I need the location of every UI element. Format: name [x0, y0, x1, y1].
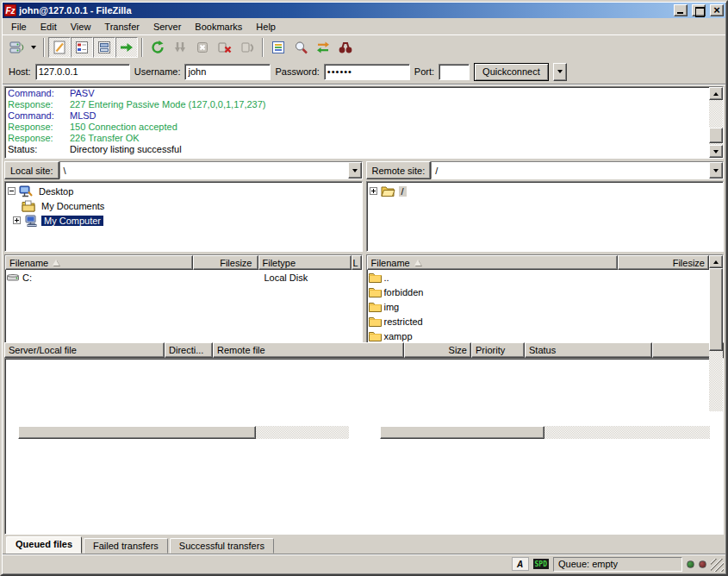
tree-item-my-computer[interactable]: My Computer [6, 213, 361, 228]
remote-site-combobox[interactable]: / [431, 161, 724, 179]
column-header-filename[interactable]: Filename [5, 255, 193, 270]
remote-file-row[interactable]: forbidden [367, 285, 710, 299]
collapse-icon[interactable] [8, 187, 16, 195]
scrollbar-track[interactable] [709, 100, 723, 145]
quickconnect-button[interactable]: Quickconnect [474, 63, 549, 81]
expand-icon[interactable] [370, 187, 377, 195]
column-header-label: Filesize [673, 258, 705, 268]
quickconnect-dropdown-button[interactable] [553, 63, 567, 81]
toggle-local-tree-button[interactable] [71, 37, 93, 58]
drive-icon [7, 272, 20, 283]
directory-listing-filters-button[interactable] [267, 37, 289, 58]
cancel-icon [195, 40, 210, 55]
tab-successful-transfers[interactable]: Successful transfers [170, 538, 274, 554]
remote-horizontal-scrollbar[interactable] [366, 426, 725, 439]
toggle-queue-button[interactable] [115, 37, 138, 58]
remote-file-row[interactable]: xampp [367, 329, 710, 343]
scroll-up-button[interactable] [709, 87, 723, 100]
tree-item-my-documents[interactable]: My Documents [6, 198, 361, 213]
column-header-priority[interactable]: Priority [471, 342, 525, 358]
message-log-text: Command:PASV Response:227 Entering Passi… [5, 87, 709, 158]
tree-item-label[interactable]: Desktop [36, 186, 76, 197]
toggle-message-log-button[interactable] [48, 37, 71, 58]
remote-file-row[interactable]: img [367, 299, 710, 314]
remote-file-row[interactable]: .. [367, 270, 710, 285]
title-bar[interactable]: Fz john@127.0.0.1 - FileZilla [3, 3, 725, 18]
local-site-combobox[interactable]: \ [59, 161, 363, 179]
menu-bookmarks[interactable]: Bookmarks [188, 20, 249, 34]
local-list-header: Filename Filesize Filetype L [5, 255, 362, 270]
refresh-button[interactable] [146, 37, 169, 58]
minimize-button[interactable] [674, 4, 688, 16]
expand-icon[interactable] [13, 216, 21, 224]
port-input[interactable] [439, 64, 470, 80]
scroll-up-button[interactable] [709, 255, 723, 268]
scrollbar-track[interactable] [709, 268, 723, 411]
menu-server[interactable]: Server [146, 20, 188, 34]
tree-item-label-selected[interactable]: My Computer [41, 216, 103, 226]
local-site-value[interactable]: \ [60, 162, 348, 178]
menu-help[interactable]: Help [249, 20, 283, 34]
scroll-down-button[interactable] [709, 145, 723, 158]
scrollbar-thumb[interactable] [18, 426, 256, 439]
queue-tabs: Queued files Failed transfers Successful… [3, 535, 725, 554]
site-manager-dropdown-button[interactable] [28, 37, 40, 58]
menu-file[interactable]: File [4, 20, 34, 34]
local-site-dropdown-button[interactable] [348, 162, 362, 178]
port-label: Port: [414, 66, 434, 77]
message-log: Command:PASV Response:227 Entering Passi… [4, 86, 724, 159]
log-vertical-scrollbar[interactable] [709, 87, 723, 158]
toggle-remote-tree-button[interactable] [93, 37, 115, 58]
scrollbar-thumb[interactable] [709, 268, 723, 351]
column-header-remote-file[interactable]: Remote file [213, 342, 404, 358]
column-header-size[interactable]: Size [404, 342, 471, 358]
menu-edit[interactable]: Edit [34, 20, 64, 34]
tab-queued-files[interactable]: Queued files [6, 536, 82, 554]
tree-item-label[interactable]: / [399, 186, 407, 197]
sort-ascending-icon [53, 260, 59, 266]
find-files-button[interactable] [334, 37, 357, 58]
column-header-filesize[interactable]: Filesize [193, 255, 258, 270]
menu-transfer[interactable]: Transfer [97, 20, 146, 34]
host-input[interactable] [35, 64, 130, 80]
tree-item-root[interactable]: / [368, 184, 723, 198]
disconnect-button[interactable] [214, 37, 236, 58]
column-header-status[interactable]: Status [525, 342, 652, 358]
local-file-row-c-drive[interactable]: C: Local Disk [5, 270, 362, 285]
scrollbar-track[interactable] [18, 426, 349, 439]
password-input[interactable] [324, 64, 410, 80]
tree-item-label[interactable]: My Documents [39, 201, 107, 211]
remote-file-row[interactable]: restricted [367, 314, 710, 329]
tab-failed-transfers[interactable]: Failed transfers [84, 538, 168, 554]
reconnect-button[interactable] [236, 37, 258, 58]
synchronized-browsing-button[interactable] [312, 37, 334, 58]
scrollbar-track[interactable] [380, 426, 711, 439]
queue-list-empty[interactable] [4, 358, 724, 535]
column-header-filename[interactable]: Filename [367, 255, 619, 270]
column-header-filetype[interactable]: Filetype [258, 255, 352, 270]
maximize-button[interactable] [692, 4, 706, 16]
site-manager-button[interactable] [5, 37, 28, 58]
username-input[interactable] [184, 64, 271, 80]
column-header-filesize[interactable]: Filesize [618, 255, 709, 270]
resize-grip[interactable] [711, 559, 724, 572]
log-line-text: MLSD [70, 110, 96, 122]
scrollbar-thumb[interactable] [380, 426, 545, 439]
scrollbar-thumb[interactable] [709, 128, 723, 143]
remote-site-value[interactable]: / [432, 162, 709, 178]
local-horizontal-scrollbar[interactable] [4, 426, 363, 439]
column-header-direction[interactable]: Directi... [165, 342, 213, 358]
arrow-down-icon [713, 150, 719, 153]
tree-item-desktop[interactable]: Desktop [6, 184, 361, 198]
process-queue-button[interactable] [169, 37, 191, 58]
close-button[interactable] [710, 4, 724, 16]
log-line-label: Status: [8, 144, 70, 155]
cancel-operation-button[interactable] [191, 37, 214, 58]
menu-view[interactable]: View [64, 20, 98, 34]
local-pane: Local site: \ Desktop My Documents [4, 161, 363, 337]
column-header-server-local-file[interactable]: Server/Local file [4, 342, 165, 358]
remote-vertical-scrollbar[interactable] [709, 255, 723, 424]
remote-site-dropdown-button[interactable] [709, 162, 723, 178]
column-header-lastmodified[interactable]: L [352, 255, 362, 270]
directory-comparison-button[interactable] [289, 37, 312, 58]
